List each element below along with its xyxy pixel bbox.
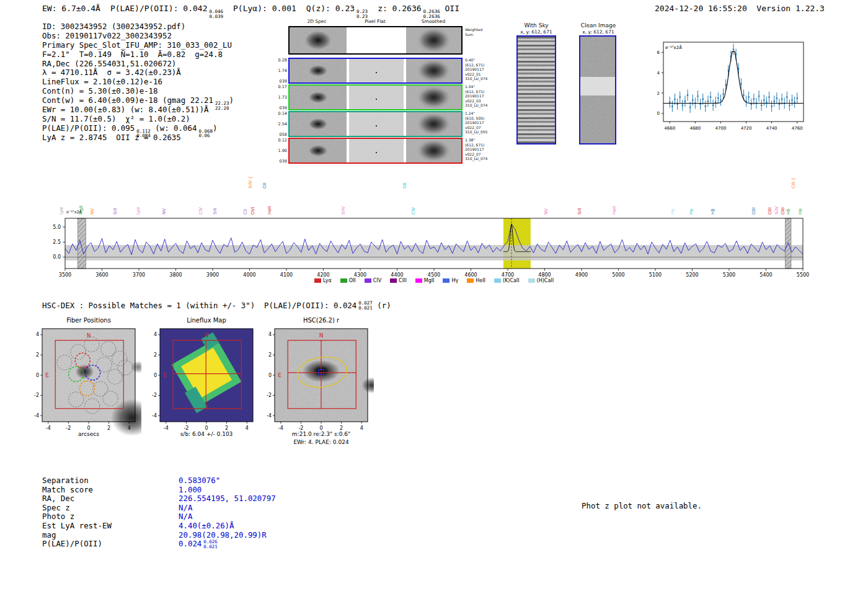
svg-text:2.5: 2.5 — [53, 239, 61, 245]
svg-text:NV: NV — [162, 208, 167, 215]
legend-swatch — [314, 278, 321, 283]
cutout-pixelflat-empty — [349, 27, 404, 53]
svg-text:-2: -2 — [267, 393, 272, 398]
svg-text:N: N — [205, 332, 209, 339]
info-line-contn: Cont(n) = 5.30(±0.30)e-18 — [42, 87, 234, 96]
svg-text:2: 2 — [154, 352, 157, 358]
info-line-lineflux: LineFlux = 2.10(±0.12)e-16 — [42, 78, 234, 87]
cutout-pixelflat-image — [349, 86, 404, 109]
match-table-row: Photo zN/A — [42, 512, 276, 522]
lineflux-caption: s/b: 6.04 +/- 0.103 — [144, 431, 268, 437]
svg-text:-4: -4 — [267, 413, 272, 419]
legend-item: Hγ — [443, 278, 458, 283]
cutout-2dspec-image — [290, 27, 347, 53]
lineflux-map-panel: -4-4-2-2002244NE — [141, 325, 259, 435]
svg-text:-2: -2 — [184, 425, 188, 431]
cutout-2dspec-image — [290, 59, 347, 82]
emission-blob — [418, 87, 450, 107]
z-value: z: 0.26360.26360.2636 OII — [378, 4, 459, 19]
svg-text:3500: 3500 — [59, 272, 71, 278]
emission-blob — [309, 65, 327, 76]
svg-text:CIII {: CIII { — [791, 177, 796, 189]
cutout-pixelflat-image — [349, 112, 404, 136]
svg-text:2: 2 — [107, 425, 110, 431]
svg-text:OIII: OIII — [751, 207, 756, 215]
svg-text:Hδ: Hδ — [786, 208, 791, 215]
svg-text:3600: 3600 — [95, 272, 108, 278]
svg-text:-2: -2 — [66, 425, 71, 431]
legend-item: Lyα — [314, 278, 332, 283]
svg-text:-2: -2 — [152, 393, 157, 398]
legend-label: MgII — [424, 278, 435, 283]
svg-text:5300: 5300 — [723, 272, 735, 278]
svg-text:-4: -4 — [164, 425, 169, 431]
svg-text:4: 4 — [128, 425, 131, 431]
info-line-sn: S/N = 11.7(±0.5) χ² = 1.0(±0.2) — [42, 115, 234, 124]
legend-label: Hγ — [451, 278, 458, 283]
cutout-pixelflat-image — [349, 59, 404, 82]
line-fit-inset-plot: 4660468047004720474047600246e⁻¹⁷x2Å — [645, 29, 813, 146]
svg-text:2: 2 — [225, 425, 228, 431]
legend-item: MgII — [415, 278, 435, 283]
full-spectrum-plot: 3500360037003800390040004100420043004400… — [37, 167, 812, 280]
fiber-xlabel: arcsecs — [42, 431, 135, 437]
match-table-label: P(LAE)/P(OII) — [42, 540, 179, 549]
svg-text:5500: 5500 — [797, 272, 809, 278]
plae-poii-value: P(LAE)/P(OII): 0.0420.0460.039 — [110, 4, 223, 19]
with-sky-coords: x, y: 612, 671 — [513, 29, 559, 35]
svg-text:OII: OII — [262, 182, 267, 189]
hsc-dex-line: HSC-DEX : Possible Matches = 1 (within +… — [42, 301, 391, 310]
svg-text:4: 4 — [657, 71, 660, 76]
svg-text:4000: 4000 — [243, 272, 255, 278]
svg-text:e⁻¹⁷x2Å: e⁻¹⁷x2Å — [665, 45, 682, 50]
legend-label: OII — [349, 278, 356, 283]
legend-label: CIV — [373, 278, 381, 283]
lineflux-map-title: Lineflux Map — [160, 317, 253, 324]
emission-blob — [309, 145, 327, 156]
svg-text:0: 0 — [87, 425, 90, 431]
svg-text:5000: 5000 — [612, 272, 624, 278]
legend-label: CIII — [399, 278, 407, 283]
svg-text:N: N — [319, 332, 324, 339]
info-line-ewr: EWr = 10.00(±0.83) (w: 8.40(±0.51))Å — [42, 105, 234, 115]
fiber4-labels: 1.38"(612, 671)20190117v022_07310_LU_074 — [465, 138, 500, 164]
clean-image-title: Clean Image — [574, 22, 622, 29]
cutout-row-fiber2 — [288, 84, 463, 110]
svg-text:5200: 5200 — [686, 272, 698, 278]
with-sky-title: With Sky — [513, 22, 559, 29]
match-table-row: mag20.98(20.98,20.99)R — [42, 531, 276, 540]
svg-text:6: 6 — [657, 50, 660, 55]
svg-text:SiII: SiII — [113, 208, 118, 215]
match-table-label: RA, Dec — [42, 494, 179, 504]
bad-pixel-dot — [376, 72, 377, 73]
legend-swatch — [467, 278, 474, 283]
fiber2-weights: 0.171.73039 — [273, 84, 287, 110]
match-table-label: mag — [42, 531, 179, 540]
clean-light-band — [580, 77, 615, 95]
match-table-value: 1.000 — [179, 486, 202, 495]
match-table-label: Est LyA rest-EW — [42, 522, 179, 531]
ew-value: EW: 6.7±0.4Å — [42, 4, 100, 13]
qz-value: Q(z): 0.230.230.23 — [306, 4, 368, 19]
match-table-row: Est LyA rest-EW4.40(±0.26)Å — [42, 522, 276, 531]
match-table-row: P(LAE)/P(OII)0.0240.0260.021 — [42, 540, 276, 549]
svg-text:Lyα: Lyα — [59, 207, 64, 215]
svg-text:2: 2 — [340, 425, 343, 431]
svg-text:2: 2 — [657, 91, 660, 96]
svg-text:4600: 4600 — [464, 272, 477, 278]
legend-item: (K)CaII — [494, 278, 520, 283]
column-title-pixelflat: Pixel Flat — [348, 19, 402, 24]
svg-text:-4: -4 — [152, 413, 157, 419]
match-table-row: Match score1.000 — [42, 486, 276, 495]
svg-text:SiIV: SiIV — [341, 207, 346, 215]
legend-swatch — [494, 278, 501, 283]
svg-text:4740: 4740 — [766, 126, 777, 131]
svg-text:SiIV {: SiIV { — [248, 176, 253, 189]
svg-text:OIII: OIII — [768, 207, 773, 215]
emission-blob — [418, 114, 450, 134]
info-line-seeing: F=2.1" T=0.149 N̄=1.10 Ā=0.82 g=24.8 — [42, 50, 234, 60]
cutout-row-fiber4 — [288, 138, 463, 164]
legend-item: OII — [340, 278, 356, 283]
svg-text:2: 2 — [36, 352, 39, 358]
match-table-row: Separation0.583076" — [42, 476, 276, 486]
